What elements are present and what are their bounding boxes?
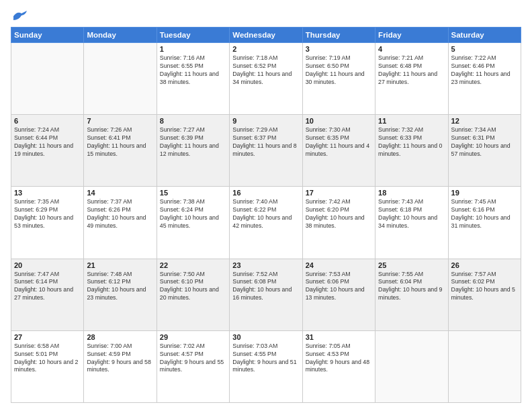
calendar-cell: 24Sunrise: 7:53 AMSunset: 6:06 PMDayligh… (302, 259, 375, 330)
calendar-day-header: Sunday (11, 28, 84, 43)
day-number: 13 (14, 189, 81, 197)
calendar-day-header: Tuesday (157, 28, 229, 43)
cell-info: Sunrise: 7:32 AMSunset: 6:33 PMDaylight:… (378, 126, 442, 157)
calendar-cell: 9Sunrise: 7:29 AMSunset: 6:37 PMDaylight… (230, 115, 302, 187)
day-number: 15 (160, 189, 226, 197)
calendar-day-header: Monday (84, 28, 157, 43)
cell-info: Sunrise: 7:52 AMSunset: 6:08 PMDaylight:… (232, 271, 292, 302)
calendar-cell: 6Sunrise: 7:24 AMSunset: 6:44 PMDaylight… (11, 115, 84, 187)
day-number: 7 (87, 117, 153, 125)
calendar-cell: 12Sunrise: 7:34 AMSunset: 6:31 PMDayligh… (448, 115, 521, 187)
calendar-cell: 10Sunrise: 7:30 AMSunset: 6:35 PMDayligh… (302, 115, 375, 187)
day-number: 1 (160, 45, 226, 53)
cell-info: Sunrise: 7:00 AMSunset: 4:59 PMDaylight:… (87, 342, 150, 373)
day-number: 26 (451, 261, 518, 269)
day-number: 5 (451, 45, 518, 53)
calendar-cell: 14Sunrise: 7:37 AMSunset: 6:26 PMDayligh… (84, 187, 157, 259)
day-number: 19 (451, 189, 518, 197)
cell-info: Sunrise: 7:53 AMSunset: 6:06 PMDaylight:… (306, 271, 365, 302)
calendar-cell: 26Sunrise: 7:57 AMSunset: 6:02 PMDayligh… (448, 259, 521, 330)
calendar-week-row: 27Sunrise: 6:58 AMSunset: 5:01 PMDayligh… (11, 330, 521, 402)
day-number: 30 (232, 333, 299, 341)
calendar-cell: 5Sunrise: 7:22 AMSunset: 6:46 PMDaylight… (448, 43, 521, 115)
calendar-cell: 18Sunrise: 7:43 AMSunset: 6:18 PMDayligh… (375, 187, 448, 259)
cell-info: Sunrise: 7:22 AMSunset: 6:46 PMDaylight:… (451, 54, 511, 85)
cell-info: Sunrise: 7:42 AMSunset: 6:20 PMDaylight:… (306, 198, 365, 229)
day-number: 12 (451, 117, 518, 125)
day-number: 8 (160, 117, 226, 125)
calendar-header-row: SundayMondayTuesdayWednesdayThursdayFrid… (11, 28, 521, 43)
cell-info: Sunrise: 7:03 AMSunset: 4:55 PMDaylight:… (232, 342, 296, 373)
cell-info: Sunrise: 7:30 AMSunset: 6:35 PMDaylight:… (306, 126, 369, 157)
calendar-cell (448, 330, 521, 402)
day-number: 4 (378, 45, 445, 53)
day-number: 11 (378, 117, 445, 125)
calendar-cell: 11Sunrise: 7:32 AMSunset: 6:33 PMDayligh… (375, 115, 448, 187)
calendar-cell: 22Sunrise: 7:50 AMSunset: 6:10 PMDayligh… (157, 259, 229, 330)
logo-bird-icon (12, 11, 27, 21)
calendar-cell: 2Sunrise: 7:18 AMSunset: 6:52 PMDaylight… (230, 43, 302, 115)
cell-info: Sunrise: 7:05 AMSunset: 4:53 PMDaylight:… (306, 342, 369, 373)
calendar-cell: 30Sunrise: 7:03 AMSunset: 4:55 PMDayligh… (230, 330, 302, 402)
day-number: 9 (232, 117, 299, 125)
cell-info: Sunrise: 7:21 AMSunset: 6:48 PMDaylight:… (378, 54, 437, 85)
day-number: 14 (87, 189, 153, 197)
day-number: 20 (14, 261, 81, 269)
calendar-cell: 23Sunrise: 7:52 AMSunset: 6:08 PMDayligh… (230, 259, 302, 330)
calendar-cell: 17Sunrise: 7:42 AMSunset: 6:20 PMDayligh… (302, 187, 375, 259)
cell-info: Sunrise: 7:27 AMSunset: 6:39 PMDaylight:… (160, 126, 219, 157)
day-number: 23 (232, 261, 299, 269)
cell-info: Sunrise: 7:43 AMSunset: 6:18 PMDaylight:… (378, 198, 437, 229)
cell-info: Sunrise: 7:40 AMSunset: 6:22 PMDaylight:… (232, 198, 292, 229)
calendar-cell: 20Sunrise: 7:47 AMSunset: 6:14 PMDayligh… (11, 259, 84, 330)
calendar-day-header: Friday (375, 28, 448, 43)
calendar-cell: 25Sunrise: 7:55 AMSunset: 6:04 PMDayligh… (375, 259, 448, 330)
day-number: 27 (14, 333, 81, 341)
calendar-cell (84, 43, 157, 115)
calendar-cell (375, 330, 448, 402)
calendar-cell: 7Sunrise: 7:26 AMSunset: 6:41 PMDaylight… (84, 115, 157, 187)
day-number: 10 (306, 117, 372, 125)
calendar-cell: 19Sunrise: 7:45 AMSunset: 6:16 PMDayligh… (448, 187, 521, 259)
calendar-cell: 4Sunrise: 7:21 AMSunset: 6:48 PMDaylight… (375, 43, 448, 115)
day-number: 31 (306, 333, 372, 341)
calendar-cell: 13Sunrise: 7:35 AMSunset: 6:29 PMDayligh… (11, 187, 84, 259)
calendar-cell (11, 43, 84, 115)
calendar-week-row: 13Sunrise: 7:35 AMSunset: 6:29 PMDayligh… (11, 187, 521, 259)
calendar-cell: 31Sunrise: 7:05 AMSunset: 4:53 PMDayligh… (302, 330, 375, 402)
calendar-cell: 15Sunrise: 7:38 AMSunset: 6:24 PMDayligh… (157, 187, 229, 259)
calendar-cell: 1Sunrise: 7:16 AMSunset: 6:55 PMDaylight… (157, 43, 229, 115)
day-number: 18 (378, 189, 445, 197)
calendar-cell: 27Sunrise: 6:58 AMSunset: 5:01 PMDayligh… (11, 330, 84, 402)
cell-info: Sunrise: 7:57 AMSunset: 6:02 PMDaylight:… (451, 271, 515, 302)
day-number: 28 (87, 333, 153, 341)
day-number: 16 (232, 189, 299, 197)
calendar-week-row: 20Sunrise: 7:47 AMSunset: 6:14 PMDayligh… (11, 259, 521, 330)
day-number: 2 (232, 45, 299, 53)
calendar-cell: 28Sunrise: 7:00 AMSunset: 4:59 PMDayligh… (84, 330, 157, 402)
calendar-week-row: 6Sunrise: 7:24 AMSunset: 6:44 PMDaylight… (11, 115, 521, 187)
day-number: 22 (160, 261, 226, 269)
cell-info: Sunrise: 7:02 AMSunset: 4:57 PMDaylight:… (160, 342, 224, 373)
day-number: 3 (306, 45, 372, 53)
calendar-cell: 3Sunrise: 7:19 AMSunset: 6:50 PMDaylight… (302, 43, 375, 115)
cell-info: Sunrise: 7:55 AMSunset: 6:04 PMDaylight:… (378, 271, 442, 302)
calendar-cell: 16Sunrise: 7:40 AMSunset: 6:22 PMDayligh… (230, 187, 302, 259)
cell-info: Sunrise: 7:35 AMSunset: 6:29 PMDaylight:… (14, 198, 73, 229)
cell-info: Sunrise: 7:16 AMSunset: 6:55 PMDaylight:… (160, 54, 219, 85)
calendar-cell: 29Sunrise: 7:02 AMSunset: 4:57 PMDayligh… (157, 330, 229, 402)
cell-info: Sunrise: 7:47 AMSunset: 6:14 PMDaylight:… (14, 271, 73, 302)
cell-info: Sunrise: 7:37 AMSunset: 6:26 PMDaylight:… (87, 198, 146, 229)
cell-info: Sunrise: 7:34 AMSunset: 6:31 PMDaylight:… (451, 126, 511, 157)
cell-info: Sunrise: 7:50 AMSunset: 6:10 PMDaylight:… (160, 271, 219, 302)
day-number: 17 (306, 189, 372, 197)
cell-info: Sunrise: 7:29 AMSunset: 6:37 PMDaylight:… (232, 126, 296, 157)
day-number: 24 (306, 261, 372, 269)
day-number: 21 (87, 261, 153, 269)
calendar-cell: 8Sunrise: 7:27 AMSunset: 6:39 PMDaylight… (157, 115, 229, 187)
page: SundayMondayTuesdayWednesdayThursdayFrid… (0, 0, 532, 411)
calendar-day-header: Saturday (448, 28, 521, 43)
day-number: 6 (14, 117, 81, 125)
cell-info: Sunrise: 7:45 AMSunset: 6:16 PMDaylight:… (451, 198, 511, 229)
cell-info: Sunrise: 7:26 AMSunset: 6:41 PMDaylight:… (87, 126, 146, 157)
